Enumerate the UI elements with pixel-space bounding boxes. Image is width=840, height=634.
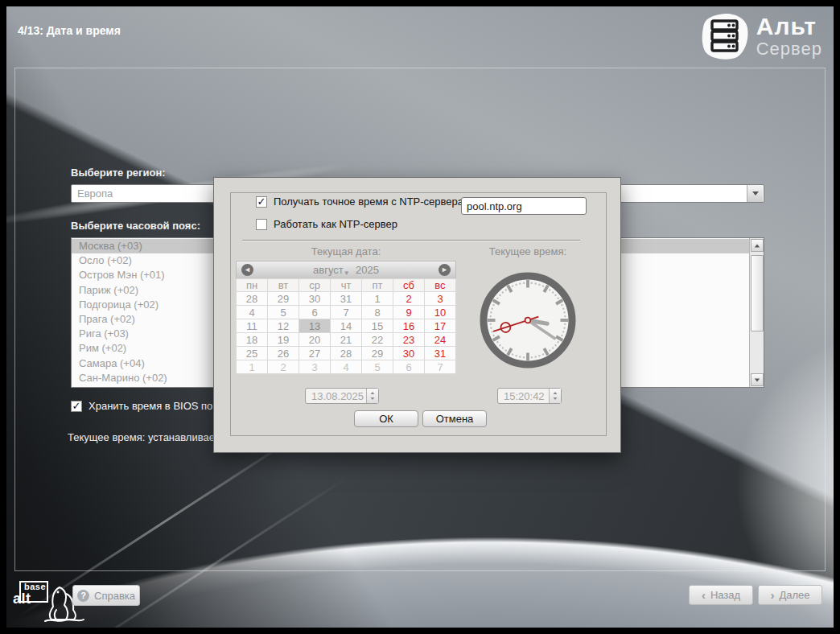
calendar-day-cell[interactable]: 23 [393,333,425,347]
ntp-get-checkbox-row[interactable]: ✓ Получать точное время с NTP-сервера: [256,196,467,208]
calendar-weekday-header: чт [331,279,362,292]
calendar-day-cell[interactable]: 18 [237,333,268,347]
calendar-weekday-header: пн [237,279,268,292]
separator [242,240,580,241]
chevron-right-icon: › [770,589,774,601]
calendar-day-cell[interactable]: 20 [299,333,331,347]
basealt-logo-alt: alt [13,591,31,607]
calendar-day-cell[interactable]: 5 [362,360,393,374]
current-date-label: Текущая дата: [236,245,456,257]
calendar-nav: август▼ 2025 ◄ ► [236,261,456,278]
scroll-down-button[interactable] [751,373,764,386]
clock-pivot [525,318,531,323]
back-button[interactable]: ‹ Назад [689,585,753,605]
next-label: Далее [779,589,809,601]
calendar-day-cell[interactable]: 3 [425,292,456,306]
calendar-day-cell[interactable]: 19 [268,333,299,347]
calendar-day-cell[interactable]: 4 [331,360,362,374]
checkbox-checked-icon[interactable]: ✓ [256,196,267,208]
calendar-day-cell[interactable]: 11 [237,319,268,333]
time-spin-buttons[interactable] [549,389,561,403]
region-dropdown-button[interactable] [747,185,763,202]
calendar-day-cell[interactable]: 6 [393,360,425,374]
bios-utc-label: Хранить время в BIOS по Гр [89,400,226,412]
ntp-get-label: Получать точное время с NTP-сервера: [274,196,467,208]
calendar-day-cell[interactable]: 21 [331,333,362,347]
calendar-day-cell[interactable]: 30 [393,347,425,360]
calendar-grid[interactable]: пнвтсрчтптсбвс 2829303112345678910111213… [236,278,456,374]
alt-server-icon [702,13,748,60]
calendar-day-cell[interactable]: 2 [268,360,299,374]
time-spinbox[interactable]: 15:20:42 [497,388,562,404]
calendar-day-cell[interactable]: 22 [362,333,393,347]
current-time-note: Текущее время: устанавливает [68,431,219,443]
ntp-server-input[interactable] [461,197,587,215]
brand-product: Сервер [756,39,822,59]
help-button[interactable]: ? Справка [72,585,140,606]
calendar-day-cell[interactable]: 7 [331,306,362,319]
ntp-serve-label: Работать как NTP-сервер [274,218,397,230]
calendar-day-cell[interactable]: 27 [299,347,331,360]
calendar-day-cell[interactable]: 12 [268,319,299,333]
calendar-day-cell[interactable]: 14 [331,319,362,333]
calendar-day-cell[interactable]: 1 [237,360,268,374]
calendar-day-cell[interactable]: 9 [393,306,425,319]
calendar-weekday-header: сб [393,279,425,292]
checkbox-unchecked-icon[interactable] [256,219,267,230]
timezone-label: Выберите часовой пояс: [71,220,200,232]
calendar-day-cell[interactable]: 31 [425,347,456,360]
date-spinbox[interactable]: 13.08.2025 [305,388,379,404]
calendar-day-cell[interactable]: 17 [425,319,456,333]
calendar-day-cell[interactable]: 1 [362,292,393,306]
calendar-day-cell[interactable]: 2 [393,292,425,306]
time-value: 15:20:42 [498,390,549,402]
calendar-day-cell[interactable]: 6 [299,306,331,319]
back-label: Назад [710,589,740,601]
calendar-day-cell[interactable]: 7 [425,360,456,374]
calendar-day-cell[interactable]: 31 [331,292,362,306]
ok-button[interactable]: ОК [354,410,418,427]
date-spin-buttons[interactable] [366,389,378,403]
calendar-day-cell[interactable]: 4 [237,306,268,319]
calendar-day-cell[interactable]: 16 [393,319,425,333]
scrollbar-thumb[interactable] [751,255,764,331]
calendar-day-cell[interactable]: 25 [237,347,268,360]
bios-utc-checkbox-row[interactable]: ✓ Хранить время в BIOS по Гр [71,400,226,412]
calendar-weekday-header: вс [425,279,456,292]
calendar-day-cell[interactable]: 29 [362,347,393,360]
screen: 4/13: Дата и время Альт Сервер [0,0,840,634]
calendar-weekday-header: вт [268,279,299,292]
chevron-down-icon: ▼ [344,270,350,277]
calendar-day-cell[interactable]: 10 [425,306,456,319]
page-title: 4/13: Дата и время [18,24,121,37]
timezone-scrollbar[interactable] [749,238,764,387]
triangle-down-icon [371,397,375,400]
chevron-down-icon [752,191,759,196]
triangle-up-icon [755,244,760,247]
scroll-up-button[interactable] [751,239,764,252]
triangle-up-icon [554,392,558,394]
calendar-day-cell[interactable]: 26 [268,347,299,360]
triangle-up-icon [371,392,375,394]
calendar-day-cell[interactable]: 15 [362,319,393,333]
cancel-button[interactable]: Отмена [422,410,487,427]
calendar-day-cell[interactable]: 28 [331,347,362,360]
date-value: 13.08.2025 [306,390,366,402]
calendar-day-cell[interactable]: 13 [299,319,331,333]
calendar-weekday-header: ср [299,279,331,292]
calendar-month-year[interactable]: август▼ 2025 [237,264,455,277]
question-icon: ? [77,590,89,602]
calendar-day-cell[interactable]: 5 [268,306,299,319]
next-button[interactable]: › Далее [758,585,822,605]
help-label: Справка [94,590,135,602]
checkbox-checked-icon[interactable]: ✓ [71,401,82,412]
calendar-day-cell[interactable]: 29 [268,292,299,306]
ntp-serve-checkbox-row[interactable]: Работать как NTP-сервер [256,218,397,230]
current-time-label: Текущее время: [471,245,584,257]
calendar-day-cell[interactable]: 3 [299,360,331,374]
calendar-day-cell[interactable]: 8 [362,306,393,319]
calendar-day-cell[interactable]: 30 [299,292,331,306]
calendar-day-cell[interactable]: 24 [425,333,456,347]
triangle-down-icon [755,378,760,381]
calendar-day-cell[interactable]: 28 [237,292,268,306]
